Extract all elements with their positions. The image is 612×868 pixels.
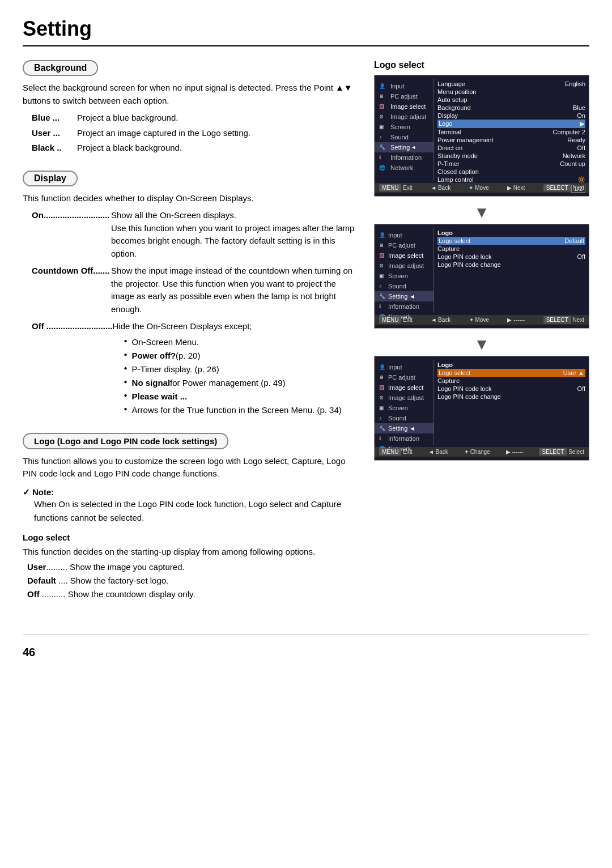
logo-select-sub-desc: This function decides on the starting-up… [23, 546, 357, 559]
menu3-right-logo-header: Logo [437, 361, 585, 369]
note-title: Note: [23, 487, 357, 497]
off-bullet-list: On-Screen Menu. Power off? (p. 20) P-Tim… [124, 335, 357, 417]
logo-select-subtitle: Logo select [23, 533, 357, 542]
menu-footer-3: MENU Exit ◄ Back ✦ Change ▶ ------ SELEC… [375, 447, 589, 457]
menu2-right-pin-lock: Logo PIN code lockOff [437, 253, 585, 261]
menu-right-standby: Standby modeNetwork [437, 152, 585, 160]
menu3-right-pin-lock: Logo PIN code lockOff [437, 385, 585, 393]
bullet-ptimer: P-Timer display. (p. 26) [124, 363, 357, 376]
logo-select-default: Default .... Show the factory-set logo. [27, 574, 357, 588]
menu2-sound: ♪ Sound [375, 281, 434, 291]
menu-pc-adjust: 🖥PC adjust [375, 91, 434, 101]
menu-right-background: BackgroundBlue [437, 104, 585, 112]
display-options: On............................ Show all … [32, 209, 357, 417]
bullet-no-signal: No signal for Power management (p. 49) [124, 376, 357, 390]
menu-screenshot-1: 👤Input 🖥PC adjust 🖼Image select ⚙Image a… [374, 75, 589, 197]
menu-screenshot-3: 👤 Input 🖥 PC adjust 🖼 Image select ⚙ Ima… [374, 356, 589, 461]
menu-sel-btn: SELECT [543, 184, 571, 192]
logo-select-right-title: Logo select [374, 60, 589, 70]
display-section: Display This function decides whether to… [23, 171, 357, 417]
menu-screenshot-2: 👤 Input 🖥 PC adjust 🖼 Image select ⚙ Ima… [374, 224, 589, 329]
menu-right-display: DisplayOn [437, 112, 585, 120]
menu-network: 🌐Network [375, 163, 434, 173]
menu-right-power-mgmt: Power managementReady [437, 136, 585, 144]
logo-select-user: User......... Show the image you capture… [27, 560, 357, 574]
menu-right-menu-pos: Menu position [437, 88, 585, 96]
menu2-screen: ▣ Screen [375, 271, 434, 281]
menu2-right-pin-change: Logo PIN code change [437, 261, 585, 269]
menu2-image-select: 🖼 Image select [375, 250, 434, 261]
menu3-sel-btn: SELECT [539, 448, 567, 456]
menu-information: ℹInformation [375, 152, 434, 163]
display-description: This function decides whether to display… [23, 192, 357, 205]
menu3-exit-btn: MENU [379, 448, 401, 456]
menu3-setting-active: 🔧 Setting ◄ [375, 423, 434, 433]
logo-section: Logo (Logo and Logo PIN code lock settin… [23, 433, 357, 602]
logo-section-label: Logo (Logo and Logo PIN code lock settin… [23, 433, 228, 449]
menu3-screen: ▣ Screen [375, 403, 434, 413]
arrow-down-1: ▼ [374, 203, 589, 222]
menu3-pc-adjust: 🖥 PC adjust [375, 372, 434, 382]
logo-note: Note: When On is selected in the Logo PI… [23, 487, 357, 525]
logo-select-subsection: Logo select This function decides on the… [23, 533, 357, 602]
menu-footer-2: MENU Exit ◄ Back ✦ Move ▶ ------ SELECT … [375, 315, 589, 325]
menu-right-ptimer: P-TimerCount up [437, 160, 585, 168]
menu2-sel-btn: SELECT [543, 316, 571, 324]
background-description: Select the background screen for when no… [23, 82, 357, 107]
menu3-image-adjust: ⚙ Image adjust [375, 393, 434, 403]
display-on-option: On............................ Show all … [32, 209, 357, 260]
menu3-right-capture: Capture [437, 377, 585, 385]
menu-image-adjust: ⚙Image adjust [375, 112, 434, 122]
menu3-right-logo-select: Logo selectUser ▲ [437, 369, 585, 377]
menu3-information: ℹ Information [375, 433, 434, 444]
background-user: User ... Project an image captured in th… [32, 127, 357, 140]
menu3-right-pin-change: Logo PIN code change [437, 393, 585, 401]
menu3-image-select: 🖼 Image select [375, 382, 434, 393]
menu2-exit-btn: MENU [379, 316, 401, 324]
menu2-right-logo-select: Logo selectDefault [437, 237, 585, 245]
background-section: Background Select the background screen … [23, 60, 357, 155]
menu-right-logo: Logo▶ [437, 120, 585, 128]
menu-sound: ♪Sound [375, 132, 434, 142]
page-bottom-divider [23, 634, 589, 635]
menu2-right-logo-header: Logo [437, 229, 585, 237]
menu2-pc-adjust: 🖥 PC adjust [375, 240, 434, 250]
bullet-power-off: Power off? (p. 20) [124, 349, 357, 363]
bullet-please-wait: Please wait ... [124, 390, 357, 403]
background-label: Background [23, 60, 98, 76]
menu-right-caption: Closed caption [437, 168, 585, 176]
menu2-information: ℹ Information [375, 301, 434, 312]
menu2-input: 👤 Input [375, 230, 434, 240]
background-blue: Blue ... Project a blue background. [32, 112, 357, 125]
display-off-option: Off ............................ Hide th… [32, 320, 357, 417]
menu-right-auto-setup: Auto setup [437, 96, 585, 104]
logo-select-off: Off .......... Show the countdown displa… [27, 588, 357, 601]
bullet-onscreen-menu: On-Screen Menu. [124, 335, 357, 349]
menu-input: 👤Input [375, 81, 434, 91]
menu-right-terminal: TerminalComputer 2 [437, 128, 585, 136]
menu-screen: ▣Screen [375, 122, 434, 132]
display-countdown-option: Countdown Off....... Show the input imag… [32, 265, 357, 316]
logo-section-description: This function allows you to customize th… [23, 455, 357, 480]
page-title: Setting [23, 17, 589, 46]
right-column: Logo select 👤Input 🖥PC adjust 🖼Image sel… [374, 60, 589, 617]
menu2-right-capture: Capture [437, 245, 585, 253]
menu3-sound: ♪ Sound [375, 413, 434, 423]
background-black: Black .. Project a black background. [32, 142, 357, 155]
menu-exit-btn: MENU [379, 184, 401, 192]
note-content: When On is selected in the Logo PIN code… [34, 497, 357, 525]
logo-select-options: User......... Show the image you capture… [27, 560, 357, 601]
menu-setting-active: 🔧Setting◄ [375, 142, 434, 152]
background-options: Blue ... Project a blue background. User… [32, 112, 357, 155]
menu-right-direct-on: Direct onOff [437, 144, 585, 152]
arrow-down-2: ▼ [374, 335, 589, 354]
menu-right-lamp: Lamp control🔆 [437, 176, 585, 184]
menu2-image-adjust: ⚙ Image adjust [375, 261, 434, 271]
menu-image-select: 🖼Image select [375, 101, 434, 112]
menu-right-language: LanguageEnglish [437, 80, 585, 88]
bullet-arrows: Arrows for the True function in the Scre… [124, 403, 357, 417]
display-label: Display [23, 171, 78, 186]
menu3-input: 👤 Input [375, 362, 434, 372]
menu2-setting-active: 🔧 Setting ◄ [375, 291, 434, 301]
page-number: 46 [23, 646, 589, 659]
